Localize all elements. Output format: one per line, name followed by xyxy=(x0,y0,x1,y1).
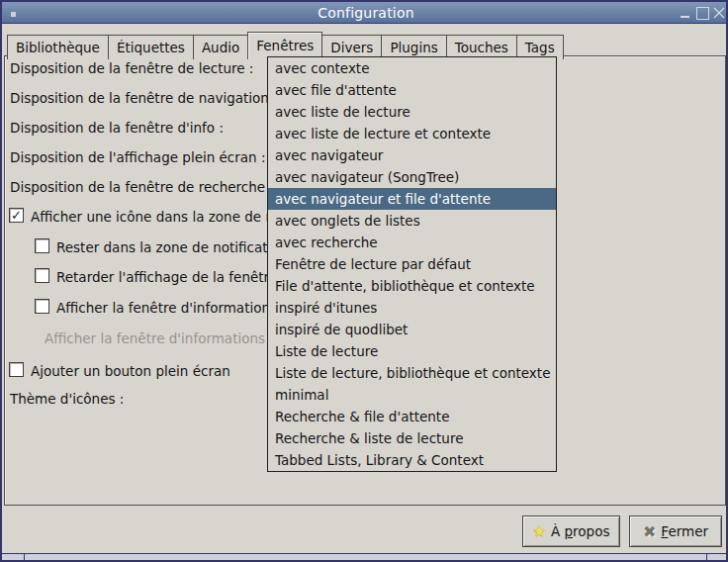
checkbox-retarder-affichage[interactable] xyxy=(35,268,49,283)
close-x-icon: ✖ xyxy=(643,522,656,541)
checkbox-bouton-plein-ecran[interactable] xyxy=(9,362,24,377)
checkbox-icone-notification[interactable]: ✓ xyxy=(9,208,24,223)
label-disposition-lecture: Disposition de la fenêtre de lecture : xyxy=(10,60,253,76)
label-disposition-navigation: Disposition de la fenêtre de navigation … xyxy=(10,90,278,106)
label-rester-notification[interactable]: Rester dans la zone de notification a xyxy=(56,239,301,255)
maximize-icon[interactable] xyxy=(695,6,709,20)
popup-item-selected[interactable]: avec navigateur et file d'attente xyxy=(268,188,556,210)
popup-item[interactable]: avec contexte xyxy=(268,57,556,79)
popup-item[interactable]: avec liste de lecture et contexte xyxy=(268,123,556,144)
popup-item[interactable]: Liste de lecture xyxy=(268,340,556,362)
label-afficher-information[interactable]: Afficher la fenêtre d'information qua xyxy=(56,300,300,316)
checkbox-afficher-information[interactable] xyxy=(35,299,49,314)
label-afficher-informations-disabled: Afficher la fenêtre d'informations per xyxy=(45,330,292,346)
close-button-label: Fermer xyxy=(661,523,708,539)
popup-item[interactable]: Recherche & liste de lecture xyxy=(268,427,556,449)
titlebar: Configuration xyxy=(2,0,728,24)
popup-item[interactable]: avec file d'attente xyxy=(268,79,556,101)
popup-item[interactable]: inspiré de quodlibet xyxy=(268,319,556,340)
label-theme-icones: Thème d'icônes : xyxy=(10,391,124,407)
tab-fenetres[interactable]: Fenêtres xyxy=(247,32,322,59)
checkbox-rester-notification[interactable] xyxy=(35,238,49,253)
popup-item[interactable]: inspiré d'itunes xyxy=(268,297,556,319)
popup-item[interactable]: avec navigateur (SongTree) xyxy=(268,166,556,188)
popup-item[interactable]: avec recherche xyxy=(268,232,556,253)
minimize-icon[interactable] xyxy=(679,6,692,20)
label-icone-notification[interactable]: Afficher une icône dans la zone de not xyxy=(31,209,288,225)
popup-item[interactable]: File d'attente, bibliothèque et contexte xyxy=(268,275,556,297)
close-icon[interactable] xyxy=(712,6,726,20)
label-retarder-affichage[interactable]: Retarder l'affichage de la fenêtre d'i xyxy=(56,269,297,285)
window-controls xyxy=(679,2,726,24)
resize-grip-left[interactable] xyxy=(24,554,25,562)
label-disposition-plein-ecran: Disposition de l'affichage plein écran : xyxy=(10,149,265,165)
window-bottom-frame xyxy=(2,553,728,562)
tab-audio[interactable]: Audio xyxy=(193,35,248,59)
popup-item[interactable]: avec navigateur xyxy=(268,144,556,166)
popup-item[interactable]: Fenêtre de lecture par défaut xyxy=(268,253,556,275)
popup-item[interactable]: Liste de lecture, bibliothèque et contex… xyxy=(268,362,556,384)
popup-item[interactable]: Tabbed Lists, Library & Context xyxy=(268,449,556,471)
layout-dropdown-popup: avec contexte avec file d'attente avec l… xyxy=(267,56,557,472)
label-disposition-info: Disposition de la fenêtre d'info : xyxy=(10,120,224,136)
tab-bibliotheque[interactable]: Bibliothèque xyxy=(7,35,109,59)
tab-etiquettes[interactable]: Étiquettes xyxy=(108,35,194,59)
resize-grip-right[interactable] xyxy=(706,554,707,562)
about-button[interactable]: ★ À propos xyxy=(522,515,620,547)
about-button-label: À propos xyxy=(551,523,610,539)
star-icon: ★ xyxy=(533,522,546,540)
window-title: Configuration xyxy=(2,5,728,21)
tab-bar: Bibliothèque Étiquettes Audio Fenêtres D… xyxy=(7,32,563,59)
window-menu-icon[interactable] xyxy=(11,12,16,17)
close-button[interactable]: ✖ Fermer xyxy=(629,515,722,547)
popup-item[interactable]: avec onglets de listes xyxy=(268,210,556,232)
popup-item[interactable]: minimal xyxy=(268,384,556,406)
label-bouton-plein-ecran[interactable]: Ajouter un bouton plein écran xyxy=(31,363,230,379)
configuration-window: Configuration Bibliothèque Étiquettes Au… xyxy=(0,0,728,562)
popup-item[interactable]: Recherche & file d'attente xyxy=(268,406,556,427)
label-disposition-recherche: Disposition de la fenêtre de recherche : xyxy=(10,179,274,195)
popup-item[interactable]: avec liste de lecture xyxy=(268,101,556,123)
